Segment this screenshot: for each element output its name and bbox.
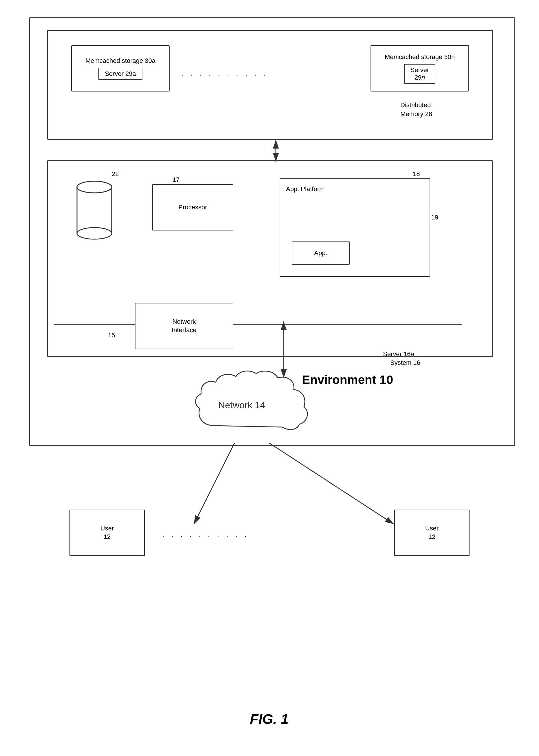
server-16a-label: Server 16a [383, 350, 414, 359]
system-16-label: System 16 [390, 359, 420, 368]
user-box-left: User12 [69, 510, 145, 556]
ellipsis-memcached: . . . . . . . . . . [181, 68, 268, 78]
app-platform-label: App. Platform [286, 185, 325, 194]
memcached-n-box: Memcached storage 30n Server29n [370, 45, 469, 92]
arrow-dm-to-system [267, 140, 284, 163]
memcached-n-label: Memcached storage 30n [385, 53, 455, 61]
arrow-network-to-user-left [185, 443, 243, 530]
app-label: App. [314, 249, 327, 257]
server-29n-label: Server29n [411, 66, 429, 81]
svg-line-18 [269, 443, 394, 524]
server-29a-box: Server 29a [99, 68, 142, 80]
app-platform-ref: 18 [413, 170, 420, 179]
network-cloud: Network 14 [191, 368, 324, 455]
ni-ref: 15 [108, 331, 115, 340]
app-platform-box: App. Platform App. 19 [280, 178, 430, 277]
arrow-network-to-user-right [261, 443, 405, 530]
svg-point-8 [77, 181, 112, 193]
server-29n-box: Server29n [404, 64, 436, 84]
memcached-a-box: Memcached storage 30a Server 29a [71, 45, 170, 92]
h-line-ni-left [54, 321, 138, 327]
network-interface-box: NetworkInterface [135, 303, 233, 349]
svg-line-16 [194, 443, 234, 524]
figure-label: FIG. 1 [197, 711, 342, 727]
network-interface-label: NetworkInterface [172, 318, 196, 334]
memcached-a-label: Memcached storage 30a [85, 57, 155, 65]
user-right-label: User12 [425, 524, 438, 541]
user-box-right: User12 [394, 510, 470, 556]
ellipsis-users: . . . . . . . . . . [162, 530, 249, 539]
svg-point-7 [77, 227, 112, 239]
distributed-memory-label: DistributedMemory 28 [400, 101, 432, 119]
h-line-ni [230, 321, 462, 327]
server-29a-label: Server 29a [105, 70, 136, 77]
user-left-label: User12 [101, 524, 114, 541]
processor-box: Processor [152, 184, 233, 230]
app-box: App. [292, 241, 350, 265]
processor-ref: 17 [173, 175, 180, 185]
app-ref: 19 [431, 214, 438, 221]
database-cylinder [71, 178, 117, 243]
svg-text:Network 14: Network 14 [218, 400, 265, 410]
processor-label: Processor [178, 203, 207, 211]
svg-rect-4 [77, 187, 112, 233]
distributed-memory-box: Memcached storage 30a Server 29a Memcach… [47, 30, 493, 140]
db-ref: 22 [112, 170, 119, 179]
server-system-box: 22 Processor 17 App. Platform App. 19 18 [47, 160, 493, 357]
